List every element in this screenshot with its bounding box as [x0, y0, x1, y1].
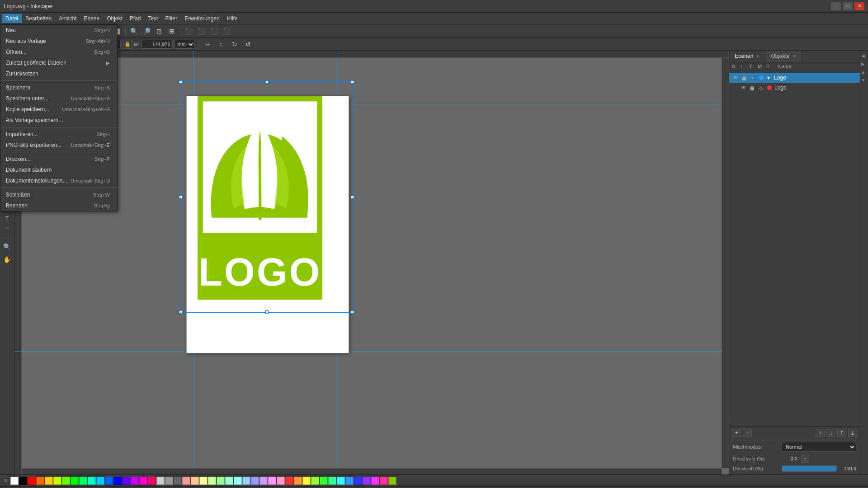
swatch-bright-yellow[interactable] — [302, 477, 311, 485]
swatch-yellow-green[interactable] — [53, 477, 61, 485]
close-button[interactable]: ✕ — [854, 2, 864, 10]
maximize-button[interactable]: □ — [843, 2, 853, 10]
zoom-page-button[interactable]: ⊞ — [166, 26, 178, 37]
right-strip-btn4[interactable]: ▼ — [861, 78, 868, 84]
h-input[interactable] — [141, 40, 173, 49]
menu-erweiterungen[interactable]: Erweiterungen — [181, 14, 223, 23]
swatch-green-cyan[interactable] — [79, 477, 87, 485]
unschaerfe-plus[interactable]: + — [801, 455, 809, 463]
swatch-yellow-orange[interactable] — [45, 477, 53, 485]
menu-kopie-speichern[interactable]: Kopie speichern...Umschalt+Strg+Alt+S — [0, 104, 117, 115]
swatch-white[interactable] — [10, 477, 19, 485]
zoom-in-button[interactable]: 🔍 — [128, 26, 140, 37]
menu-speichern[interactable]: SpeichernStrg+S — [0, 82, 117, 93]
swatch-light-yellow[interactable] — [199, 477, 208, 485]
swatch-gray[interactable] — [165, 477, 173, 485]
swatch-cornflower[interactable] — [345, 477, 354, 485]
align-left-button[interactable]: ⬛ — [183, 26, 194, 37]
menu-png-export[interactable]: PNG-Bild exportieren...Umschalt+Strg+E — [0, 140, 117, 150]
menu-ebene[interactable]: Ebene — [80, 14, 103, 23]
swatch-bright-lime[interactable] — [311, 477, 319, 485]
canvas-area[interactable]: LOGO — [14, 51, 729, 474]
menu-speichern-unter[interactable]: Speichern unter...Umschalt+Strg+S — [0, 93, 117, 104]
menu-oeffnen[interactable]: Öffnen...Strg+O — [0, 47, 117, 57]
swatch-mint[interactable] — [225, 477, 233, 485]
swatch-bright-cyan[interactable] — [337, 477, 345, 485]
swatch-light-red[interactable] — [182, 477, 190, 485]
swatch-bright-red[interactable] — [285, 477, 293, 485]
minimize-button[interactable]: — — [831, 2, 841, 10]
swatch-black[interactable] — [19, 477, 27, 485]
rotate-cw-button[interactable]: ↻ — [229, 39, 241, 50]
menu-beenden[interactable]: BeendenStrg+Q — [0, 200, 117, 211]
layer-up-button[interactable]: ↑ — [816, 429, 825, 437]
pan-tool[interactable]: ✋ — [1, 253, 13, 265]
vertical-scrollbar[interactable] — [722, 58, 729, 468]
swatch-purple[interactable] — [131, 477, 139, 485]
connector-tool[interactable]: ⌒ — [1, 225, 13, 237]
align-center-button[interactable]: ⬛ — [195, 26, 207, 37]
layer-lock-2[interactable] — [749, 84, 756, 91]
swatch-light-orange[interactable] — [191, 477, 199, 485]
layer-bottom-button[interactable]: ⤓ — [848, 429, 857, 437]
mischmodus-select[interactable]: Normal Multiplizieren Abdunkeln Aufhelle… — [782, 442, 856, 452]
swatch-hot-pink[interactable] — [148, 477, 156, 485]
swatch-dark-gray[interactable] — [174, 477, 182, 485]
rotate-ccw-button[interactable]: ↺ — [242, 39, 254, 50]
tab-ebenen[interactable]: Ebenen✕ — [729, 51, 765, 62]
layer-down-button[interactable]: ↓ — [826, 429, 835, 437]
menu-neu-aus-vorlage[interactable]: Neu aus VorlageStrg+Alt+N — [0, 36, 117, 47]
swatch-logo-green[interactable] — [388, 477, 396, 485]
swatch-pure-blue[interactable] — [113, 477, 122, 485]
swatch-bright-purple[interactable] — [371, 477, 379, 485]
menu-importieren[interactable]: Importieren...Strg+I — [0, 129, 117, 140]
layer-lock-1[interactable] — [741, 74, 748, 81]
swatch-bright-blue[interactable] — [354, 477, 362, 485]
swatch-light-lime[interactable] — [208, 477, 216, 485]
swatch-light-cyan[interactable] — [234, 477, 242, 485]
deckkraft-bar-container[interactable] — [782, 465, 837, 472]
layer-top-button[interactable]: ⤒ — [837, 429, 846, 437]
right-strip-btn2[interactable]: ▶ — [861, 61, 868, 68]
swatch-red[interactable] — [28, 477, 36, 485]
menu-pfad[interactable]: Pfad — [126, 14, 145, 23]
remove-layer-button[interactable]: − — [743, 429, 752, 437]
swatch-fuchsia[interactable] — [380, 477, 388, 485]
menu-filter[interactable]: Filter — [162, 14, 181, 23]
menu-zuruecksetzen[interactable]: Zurücksetzen — [0, 68, 117, 79]
distribute-button[interactable]: ⬛ — [221, 26, 232, 37]
swatch-bright-orange[interactable] — [294, 477, 302, 485]
zoom-fit-button[interactable]: ⊡ — [153, 26, 165, 37]
menu-bearbeiten[interactable]: Bearbeiten — [22, 14, 55, 23]
menu-objekt[interactable]: Objekt — [103, 14, 126, 23]
layer-eye-1[interactable]: 👁 — [732, 74, 739, 81]
menu-ansicht[interactable]: Ansicht — [55, 14, 80, 23]
swatch-orange[interactable] — [36, 477, 44, 485]
add-layer-button[interactable]: + — [732, 429, 741, 437]
menu-neu[interactable]: NeuStrg+N — [0, 25, 117, 36]
menu-datei[interactable]: Datei — [2, 14, 22, 23]
swatch-green[interactable] — [71, 477, 79, 485]
swatch-violet[interactable] — [122, 477, 130, 485]
swatch-light-gray[interactable] — [156, 477, 165, 485]
swatch-light-violet[interactable] — [259, 477, 268, 485]
zoom-out-button[interactable]: 🔎 — [141, 26, 152, 37]
right-strip-btn1[interactable]: ◀ — [861, 53, 868, 60]
menu-dok-saeubern[interactable]: Dokument säubern — [0, 164, 117, 175]
align-right-button[interactable]: ⬛ — [208, 26, 220, 37]
lock-aspect-button[interactable]: 🔒 — [123, 40, 132, 49]
menu-drucken[interactable]: Drucken...Strg+P — [0, 154, 117, 164]
layer-row-logo-main[interactable]: 👁 ≡ ▼ Logo — [729, 73, 860, 83]
horizontal-scrollbar[interactable] — [22, 468, 722, 474]
layer-row-logo-sub[interactable]: 👁 ◇ Logo — [729, 83, 860, 93]
flip-v-button[interactable]: ↕ — [215, 39, 227, 50]
menu-als-vorlage[interactable]: Als Vorlage speichern... — [0, 115, 117, 126]
menu-schliessen[interactable]: SchließenStrg+W — [0, 189, 117, 200]
menu-dok-einstellungen[interactable]: Dokumenteinstellungen...Umschalt+Strg+D — [0, 175, 117, 186]
swatch-light-green[interactable] — [217, 477, 225, 485]
zoom-tool[interactable]: 🔍 — [1, 241, 13, 253]
swatch-bright-teal[interactable] — [328, 477, 336, 485]
swatch-light-pink[interactable] — [268, 477, 276, 485]
unit-select[interactable]: mm px pt cm in — [175, 40, 195, 49]
text-tool[interactable]: T — [1, 212, 13, 224]
